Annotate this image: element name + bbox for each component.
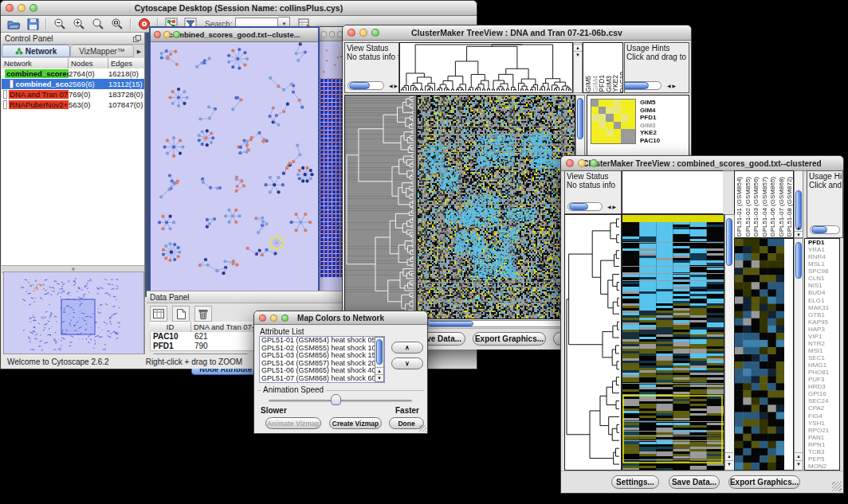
tv1-similarity-matrix[interactable] <box>591 99 636 144</box>
minimize-button[interactable] <box>578 159 586 167</box>
zoom-in-icon[interactable] <box>69 17 88 31</box>
column-header-network[interactable]: Network <box>2 58 69 68</box>
column-header-edges[interactable]: Edges <box>108 58 144 68</box>
data-column-id[interactable]: ID <box>150 322 191 332</box>
gene-label[interactable]: MSI1 <box>805 347 839 354</box>
gene-label[interactable]: FIG4 <box>805 412 839 420</box>
gene-label[interactable]: CLN1 <box>805 275 839 282</box>
tv2-gene-list[interactable]: PFD1YRA1RNR4MSL1SPC98CLN1NIS1BUD4ELG1MAK… <box>804 238 840 471</box>
zoom-button[interactable] <box>590 159 598 167</box>
zoom-button[interactable] <box>173 31 180 38</box>
tv2-list-scrollbar[interactable]: ▲▼ <box>794 238 803 471</box>
attribute-listbox[interactable]: GPL51-01 (GSM854) heat shock 05 minGPL51… <box>259 336 385 383</box>
tv2-usage-scrollbar[interactable] <box>810 225 840 234</box>
scroll-arrows[interactable]: ◀▶ <box>667 83 677 88</box>
gene-label[interactable]: VIP1 <box>805 333 839 340</box>
tv1-usage-scrollbar[interactable] <box>624 81 662 90</box>
tab-overflow-button[interactable]: ▶ <box>134 45 144 58</box>
network-canvas[interactable] <box>151 42 318 291</box>
network-row-combined-sco-selected[interactable]: combined_sco 2569(6) 13112(15) <box>2 79 144 89</box>
tv1-view-status-scrollbar[interactable] <box>347 81 384 90</box>
close-button[interactable] <box>259 315 266 322</box>
tv2-settings-button[interactable]: Settings... <box>611 475 659 489</box>
resize-grip[interactable] <box>832 482 842 491</box>
attribute-item[interactable]: GPL51-07 (GSM868) heat shock 60 min <box>260 375 384 383</box>
network-overview-panel[interactable] <box>3 272 144 354</box>
close-button[interactable] <box>321 31 327 37</box>
zoom-selected-icon[interactable] <box>108 17 127 31</box>
gene-label[interactable]: SEC1 <box>805 354 839 361</box>
close-button[interactable] <box>6 4 14 12</box>
treeview1-titlebar[interactable]: ClusterMaker TreeView : DNA and Tran 07-… <box>343 25 691 41</box>
minimize-button[interactable] <box>163 31 171 38</box>
gene-label[interactable]: RNR4 <box>805 253 839 260</box>
delete-attribute-icon[interactable] <box>194 306 212 322</box>
tab-network[interactable]: Network <box>2 45 70 57</box>
gene-label[interactable]: PUF3 <box>805 376 839 383</box>
minimize-button[interactable] <box>18 4 26 12</box>
network-row-combined-scores[interactable]: combined_scores 2764(0) 16218(0) <box>2 68 144 79</box>
create-vizmap-button[interactable]: Create Vizmap <box>329 417 382 429</box>
gene-label[interactable]: YRA1 <box>805 246 839 253</box>
main-titlebar[interactable]: Cytoscape Desktop (Session Name: collins… <box>1 1 477 16</box>
gene-label[interactable]: TCB3 <box>805 448 839 455</box>
column-header-nodes[interactable]: Nodes <box>69 58 108 68</box>
gene-label[interactable]: PEP5 <box>805 455 839 463</box>
animate-vizmap-button[interactable]: Animate Vizmap <box>265 417 321 429</box>
tv2-export-graphics-button[interactable]: Export Graphics... <box>728 475 800 489</box>
tv2-labels-scrollbar[interactable]: ▲▼ <box>794 170 803 238</box>
tv1-column-dendrogram[interactable] <box>399 42 573 93</box>
gene-label[interactable]: MSL1 <box>805 260 839 268</box>
animation-slider-thumb[interactable] <box>331 394 341 405</box>
new-attribute-icon[interactable] <box>172 306 190 322</box>
close-button[interactable] <box>154 31 161 38</box>
minimize-button[interactable] <box>359 29 367 37</box>
minimize-button[interactable] <box>270 315 277 322</box>
move-down-button[interactable]: ∨ <box>391 357 423 369</box>
zoom-button[interactable] <box>371 29 379 37</box>
move-up-button[interactable]: ∧ <box>391 342 423 354</box>
tv2-view-status-scrollbar[interactable] <box>567 202 603 211</box>
gene-label[interactable]: CPA2 <box>805 404 839 412</box>
gene-label[interactable]: HMG1 <box>805 361 839 369</box>
tv2-heatmap[interactable] <box>622 214 724 471</box>
zoom-fit-icon[interactable] <box>88 17 108 31</box>
gene-label[interactable]: RPN1 <box>805 441 839 448</box>
network-overview-canvas[interactable] <box>4 272 142 352</box>
gene-label[interactable]: GTB1 <box>805 311 839 318</box>
gene-label[interactable]: BUD4 <box>805 289 839 296</box>
gene-label[interactable]: MAK31 <box>805 304 839 311</box>
tv1-heatmap-hscrollbar[interactable] <box>417 320 575 327</box>
tv1-row-dendrogram[interactable] <box>344 95 417 319</box>
close-button[interactable] <box>566 159 574 167</box>
scroll-arrows[interactable]: ◀▶ <box>389 83 399 88</box>
gene-label[interactable]: NIS1 <box>805 282 839 289</box>
gene-label[interactable]: PFD1 <box>805 239 839 246</box>
save-icon[interactable] <box>23 17 42 31</box>
network-row-dna-tran[interactable]: DNA and Tran 07 769(0) 183728(0) <box>2 89 144 100</box>
tv2-zoom-view[interactable] <box>734 238 794 471</box>
treeview2-titlebar[interactable]: ClusterMaker TreeView : combined_scores_… <box>561 156 843 171</box>
zoom-button[interactable] <box>281 315 289 322</box>
gene-label[interactable]: HRD3 <box>805 383 839 390</box>
network-row-rnapuber[interactable]: RNAPuberNov2+ 563(0) 107847(0) <box>2 100 144 110</box>
gene-label[interactable]: KAP95 <box>805 318 839 326</box>
gene-label[interactable]: NTR2 <box>805 340 839 347</box>
attribute-list-scrollbar[interactable]: ▲▼ <box>375 337 384 382</box>
dialog-titlebar[interactable]: Map Colors to Network <box>254 311 427 325</box>
gene-label[interactable]: ELG1 <box>805 297 839 304</box>
gene-label[interactable]: YSH1 <box>805 420 839 427</box>
minimize-button[interactable] <box>329 31 335 37</box>
gene-label[interactable]: RPO21 <box>805 427 839 434</box>
tv1-export-graphics-button[interactable]: Export Graphics... <box>473 332 546 346</box>
float-panel-icon[interactable] <box>133 31 141 45</box>
close-button[interactable] <box>347 29 355 37</box>
gene-label[interactable]: PHO81 <box>805 369 839 376</box>
resize-grip[interactable] <box>419 425 426 432</box>
zoom-button[interactable] <box>29 4 37 12</box>
tab-vizmapper[interactable]: VizMapper™ <box>70 45 134 57</box>
gene-label[interactable]: SEC24 <box>805 397 839 404</box>
tv1-column-scrollbar[interactable]: ▲▼ <box>573 42 583 93</box>
gene-label[interactable]: GPI16 <box>805 390 839 397</box>
zoom-out-icon[interactable] <box>50 17 69 31</box>
